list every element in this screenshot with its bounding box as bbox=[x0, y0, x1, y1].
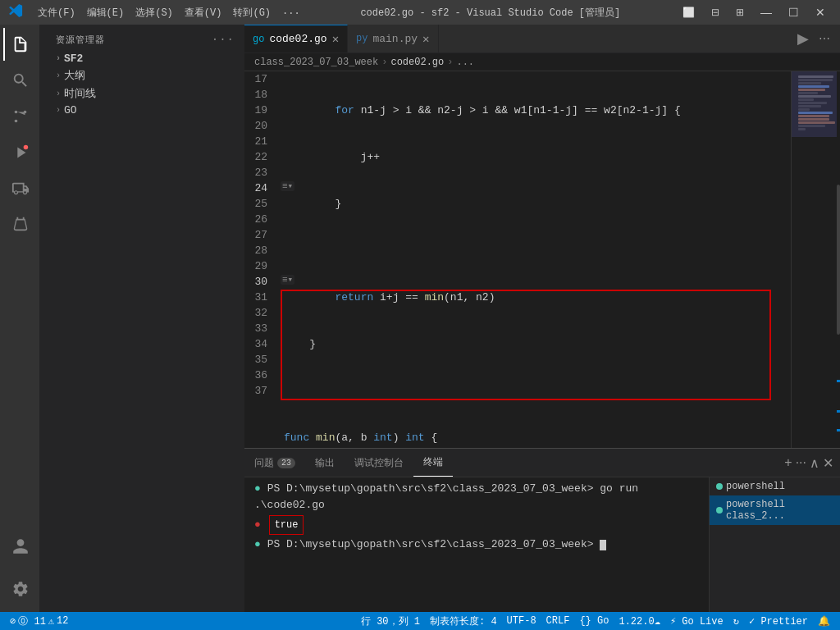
activity-testing[interactable] bbox=[3, 208, 36, 241]
new-terminal-button[interactable]: + bbox=[784, 455, 792, 470]
panel-close-button[interactable]: ✕ bbox=[823, 455, 833, 471]
code-line-24[interactable]: func min(a, b int) int { bbox=[284, 430, 791, 445]
activity-files[interactable] bbox=[3, 28, 36, 61]
status-tab-size[interactable]: 制表符长度: 4 bbox=[427, 614, 500, 628]
terminal-label-1: powershell bbox=[726, 481, 785, 492]
terminal-more-button[interactable]: ··· bbox=[796, 455, 806, 470]
panel-tab-output[interactable]: 输出 bbox=[305, 449, 345, 477]
titlebar: 文件(F) 编辑(E) 选择(S) 查看(V) 转到(G) ... code02… bbox=[0, 0, 840, 25]
tab-code02go[interactable]: go code02.go ✕ bbox=[244, 25, 348, 52]
menu-goto[interactable]: 转到(G) bbox=[228, 4, 276, 21]
menu-items[interactable]: 文件(F) 编辑(E) 选择(S) 查看(V) 转到(G) ... bbox=[33, 4, 305, 21]
panels-button[interactable]: ⊞ bbox=[729, 4, 751, 21]
sync-icon: ↻ bbox=[733, 615, 739, 628]
code-content[interactable]: ≡▾ ≡▾ for n1-j > i && n2-j > i && w1[n1-… bbox=[281, 71, 791, 448]
panel-tabs: 问题 23 输出 调试控制台 终端 + ··· ∧ ✕ bbox=[244, 449, 840, 477]
status-encoding[interactable]: UTF-8 bbox=[504, 614, 540, 628]
terminal-label-2: powershell class_2... bbox=[726, 499, 833, 522]
go-file-icon: go bbox=[253, 34, 264, 45]
panel-tab-terminal[interactable]: 终端 bbox=[413, 449, 453, 477]
sidebar-item-sf2[interactable]: › SF2 bbox=[39, 51, 244, 66]
code-lines[interactable]: for n1-j > i && n2-j > i && w1[n1-1-j] =… bbox=[281, 71, 791, 448]
terminal-content[interactable]: ● PS D:\mysetup\gopath\src\sf2\class_202… bbox=[244, 477, 709, 612]
tab-close-code02go[interactable]: ✕ bbox=[332, 32, 339, 46]
menu-select[interactable]: 选择(S) bbox=[130, 4, 178, 21]
sidebar-item-outline[interactable]: › 大纲 bbox=[39, 66, 244, 84]
code-line-19[interactable]: } bbox=[284, 196, 791, 212]
close-button[interactable]: ✕ bbox=[809, 4, 832, 21]
activity-extensions[interactable] bbox=[3, 172, 36, 205]
panel-problems-badge: 23 bbox=[277, 458, 295, 468]
svg-point-0 bbox=[15, 111, 18, 114]
activity-source-control[interactable] bbox=[3, 100, 36, 133]
minimap[interactable] bbox=[791, 71, 840, 448]
menu-more[interactable]: ... bbox=[277, 4, 305, 21]
panel: 问题 23 输出 调试控制台 终端 + ··· ∧ ✕ bbox=[244, 448, 840, 612]
panel-tab-terminal-label: 终端 bbox=[423, 455, 443, 469]
breadcrumb-part3[interactable]: ... bbox=[456, 57, 474, 68]
sidebar-item-timeline[interactable]: › 时间线 bbox=[39, 84, 244, 103]
fold-arrow-24[interactable]: ≡▾ bbox=[281, 180, 294, 191]
breadcrumb-part1[interactable]: class_2023_07_03_week bbox=[254, 57, 378, 68]
sidebar: 资源管理器 ··· › SF2 › 大纲 › 时间线 › GO bbox=[39, 25, 244, 612]
code-line-21[interactable]: return i+j == min(n1, n2) bbox=[284, 290, 791, 305]
activity-search[interactable] bbox=[3, 64, 36, 97]
warning-icon: ⚠ bbox=[48, 615, 54, 628]
py-file-icon: py bbox=[356, 33, 368, 44]
panel-actions[interactable]: + ··· ∧ ✕ bbox=[778, 449, 840, 477]
split-button[interactable]: ⊟ bbox=[705, 4, 726, 21]
code-line-23[interactable] bbox=[284, 383, 791, 399]
code-line-22[interactable]: } bbox=[284, 336, 791, 352]
status-bar: ⊘ ⓪ 11 ⚠ 12 行 30，列 1 制表符长度: 4 UTF-8 CRLF… bbox=[0, 612, 840, 630]
sidebar-more[interactable]: ··· bbox=[212, 33, 235, 46]
activity-run[interactable] bbox=[3, 136, 36, 169]
panel-tab-debug[interactable]: 调试控制台 bbox=[345, 449, 413, 477]
code-line-20[interactable] bbox=[284, 243, 791, 258]
sidebar-tree: › SF2 › 大纲 › 时间线 › GO bbox=[39, 51, 244, 612]
split-editor-button[interactable]: ⋯ bbox=[815, 30, 833, 47]
status-language[interactable]: {} Go bbox=[576, 614, 612, 628]
breadcrumb-part2[interactable]: code02.go bbox=[390, 57, 444, 68]
status-sync[interactable]: ↻ bbox=[730, 614, 742, 628]
terminal-cmd-1: PS D:\mysetup\gopath\src\sf2\class_2023_… bbox=[254, 482, 638, 511]
tab-actions[interactable]: ▶ ⋯ bbox=[788, 25, 840, 52]
panel-tab-debug-label: 调试控制台 bbox=[354, 456, 404, 470]
panel-minimize-button[interactable]: ∧ bbox=[810, 455, 819, 471]
arrow-sf2: › bbox=[56, 54, 61, 63]
linenum-35: 35 bbox=[244, 352, 274, 368]
terminal-item-powershell2[interactable]: powershell class_2... bbox=[710, 495, 840, 525]
status-golive[interactable]: ⚡ Go Live bbox=[667, 614, 727, 628]
status-eol[interactable]: CRLF bbox=[543, 614, 573, 628]
terminal-item-powershell1[interactable]: powershell bbox=[710, 477, 840, 495]
error-count: ⓪ 11 bbox=[18, 614, 46, 628]
status-version[interactable]: 1.22.0☁ bbox=[615, 614, 663, 628]
minimize-button[interactable]: — bbox=[754, 4, 778, 21]
status-bell[interactable]: 🔔 bbox=[815, 614, 833, 628]
menu-file[interactable]: 文件(F) bbox=[33, 4, 80, 21]
code-editor[interactable]: 17 18 19 20 21 22 23 24 25 26 27 28 29 3… bbox=[244, 71, 840, 448]
code-line-17[interactable]: for n1-j > i && n2-j > i && w1[n1-1-j] =… bbox=[284, 103, 791, 118]
tab-mainpy[interactable]: py main.py ✕ bbox=[348, 25, 438, 52]
tab-close-mainpy[interactable]: ✕ bbox=[422, 32, 429, 46]
window-controls[interactable]: ⬜ ⊟ ⊞ — ☐ ✕ bbox=[676, 4, 832, 21]
activity-account[interactable] bbox=[3, 530, 36, 563]
sidebar-item-go[interactable]: › GO bbox=[39, 103, 244, 118]
status-line-col[interactable]: 行 30，列 1 bbox=[358, 614, 423, 628]
layout-button[interactable]: ⬜ bbox=[676, 4, 701, 21]
menu-edit[interactable]: 编辑(E) bbox=[82, 4, 130, 21]
linenum-26: 26 bbox=[244, 212, 274, 227]
maximize-button[interactable]: ☐ bbox=[782, 4, 806, 21]
menu-view[interactable]: 查看(V) bbox=[180, 4, 227, 21]
activity-settings[interactable] bbox=[3, 573, 36, 605]
status-errors[interactable]: ⊘ ⓪ 11 ⚠ 12 bbox=[7, 614, 71, 628]
sidebar-label-go: GO bbox=[64, 104, 77, 116]
linenum-29: 29 bbox=[244, 258, 274, 274]
window-title: code02.go - sf2 - Visual Studio Code [管理… bbox=[305, 6, 676, 20]
panel-tab-problems[interactable]: 问题 23 bbox=[244, 449, 305, 477]
fold-arrow-30[interactable]: ≡▾ bbox=[281, 274, 294, 285]
panel-tab-output-label: 输出 bbox=[315, 456, 335, 470]
status-prettier[interactable]: ✓ Prettier bbox=[746, 614, 811, 628]
code-line-18[interactable]: j++ bbox=[284, 149, 791, 165]
run-button[interactable]: ▶ bbox=[794, 28, 812, 49]
status-right: 行 30，列 1 制表符长度: 4 UTF-8 CRLF {} Go 1.22.… bbox=[358, 614, 833, 628]
